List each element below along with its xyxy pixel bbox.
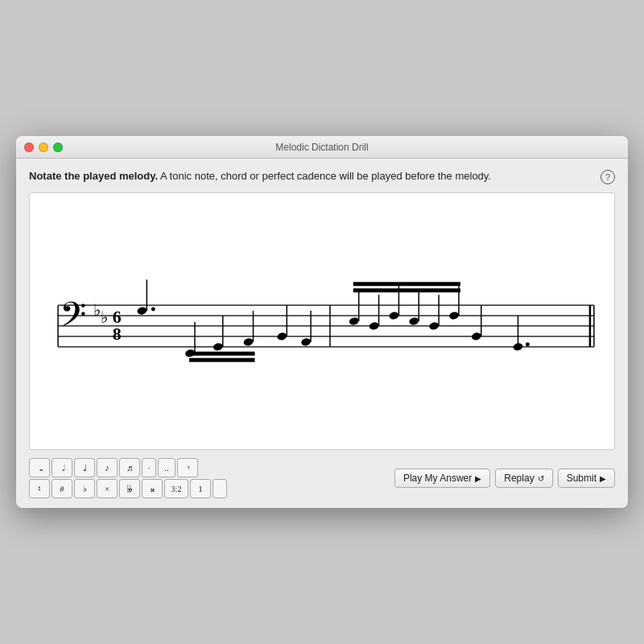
svg-point-21: [243, 337, 254, 347]
submit-label: Submit: [567, 473, 597, 484]
svg-point-16: [151, 308, 155, 312]
svg-rect-23: [189, 352, 254, 356]
instruction-text: Notate the played melody. A tonic note, …: [29, 170, 594, 182]
svg-point-37: [428, 321, 440, 331]
svg-point-39: [448, 311, 460, 320]
svg-point-19: [213, 342, 224, 352]
submit-button[interactable]: Submit ▶: [558, 469, 615, 488]
window-title: Melodic Dictation Drill: [275, 142, 368, 153]
toolbar-row: 𝅝 𝅗𝅥 ♩ ♪ ♬ · .. 𝄾 ♮ # ♭ × 𝄫 𝄪: [29, 458, 615, 498]
triplet-btn[interactable]: 3:2: [164, 479, 188, 498]
minimize-button[interactable]: [39, 142, 48, 152]
submit-icon: ▶: [600, 474, 606, 483]
svg-point-29: [349, 316, 360, 326]
traffic-lights: [24, 142, 63, 152]
play-my-answer-button[interactable]: Play My Answer ▶: [394, 469, 490, 488]
note-row-2: ♮ # ♭ × 𝄫 𝄪 3:2 1: [29, 479, 227, 498]
natural-btn[interactable]: ♮: [29, 479, 50, 498]
svg-rect-44: [353, 282, 460, 286]
svg-rect-43: [353, 288, 460, 292]
svg-text:8: 8: [113, 324, 122, 344]
replay-icon: ↺: [538, 474, 544, 483]
main-content: Notate the played melody. A tonic note, …: [16, 159, 628, 508]
extra-btn[interactable]: [213, 479, 227, 498]
close-button[interactable]: [24, 142, 34, 152]
sixteenth-note-btn[interactable]: ♬: [119, 458, 140, 477]
play-my-answer-label: Play My Answer: [403, 473, 472, 484]
double-dot-btn[interactable]: ..: [158, 458, 175, 477]
half-note-btn[interactable]: 𝅗𝅥: [52, 458, 72, 477]
replay-button[interactable]: Replay ↺: [495, 469, 552, 488]
double-sharp-btn[interactable]: ×: [97, 479, 118, 498]
svg-point-41: [471, 332, 482, 341]
svg-point-31: [369, 321, 380, 331]
accent-btn[interactable]: 𝄪: [142, 479, 163, 498]
instruction-normal: A tonic note, chord or perfect cadence w…: [158, 170, 491, 182]
note-row-1: 𝅝 𝅗𝅥 ♩ ♪ ♬ · .. 𝄾: [29, 458, 227, 477]
dot-btn[interactable]: ·: [142, 458, 156, 477]
replay-label: Replay: [504, 473, 534, 484]
svg-point-27: [300, 337, 312, 347]
notation-area[interactable]: 𝄢 ♭ ♭ 6 8: [29, 192, 615, 450]
double-flat-btn[interactable]: 𝄫: [119, 479, 140, 498]
play-icon: ▶: [475, 474, 481, 483]
svg-point-33: [389, 311, 400, 320]
svg-text:𝄢: 𝄢: [60, 296, 86, 342]
svg-point-25: [276, 332, 287, 341]
maximize-button[interactable]: [53, 142, 63, 152]
sharp-btn[interactable]: #: [52, 479, 72, 498]
svg-text:♭: ♭: [93, 301, 101, 319]
app-window: Melodic Dictation Drill Notate the playe…: [16, 136, 628, 508]
flat-btn[interactable]: ♭: [74, 479, 95, 498]
quarter-note-btn[interactable]: ♩: [74, 458, 95, 477]
one-btn[interactable]: 1: [190, 479, 211, 498]
help-button[interactable]: ?: [601, 170, 615, 184]
note-buttons-panel: 𝅝 𝅗𝅥 ♩ ♪ ♬ · .. 𝄾 ♮ # ♭ × 𝄫 𝄪: [29, 458, 227, 498]
svg-point-47: [526, 342, 530, 346]
title-bar: Melodic Dictation Drill: [16, 136, 628, 159]
svg-rect-24: [189, 358, 254, 362]
eighth-note-btn[interactable]: ♪: [97, 458, 118, 477]
action-buttons: Play My Answer ▶ Replay ↺ Submit ▶: [394, 469, 615, 488]
svg-point-14: [136, 306, 147, 316]
svg-text:♭: ♭: [101, 308, 108, 326]
whole-note-btn[interactable]: 𝅝: [29, 458, 50, 477]
instruction-bold: Notate the played melody.: [29, 170, 158, 182]
rest-btn[interactable]: 𝄾: [177, 458, 198, 477]
staff-svg: 𝄢 ♭ ♭ 6 8: [30, 193, 614, 449]
instruction-row: Notate the played melody. A tonic note, …: [29, 170, 615, 184]
svg-point-35: [408, 316, 419, 326]
